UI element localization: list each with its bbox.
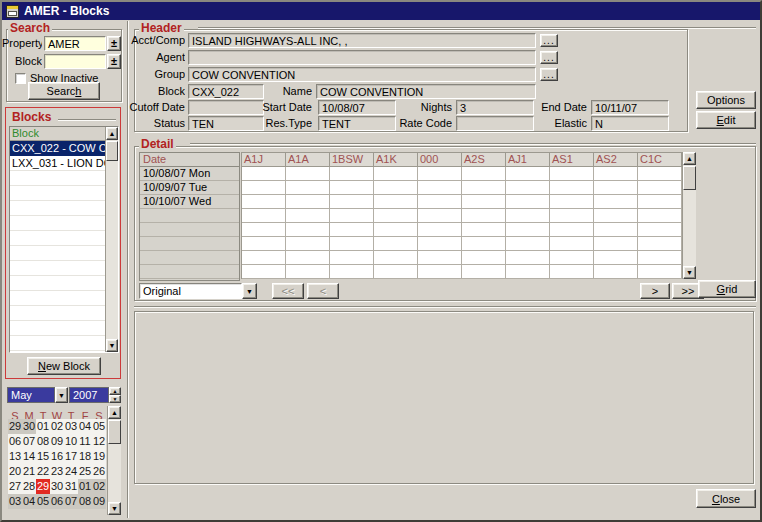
calendar-month-dropdown-button[interactable]: ▼	[55, 387, 68, 403]
calendar-day[interactable]: 29	[36, 479, 50, 494]
list-item-empty[interactable]	[10, 261, 105, 276]
grid-cell[interactable]	[418, 195, 462, 209]
grid-cell[interactable]	[286, 265, 330, 279]
grid-cell[interactable]	[550, 223, 594, 237]
calendar-day[interactable]: 30	[50, 479, 64, 494]
grid-cell[interactable]	[286, 251, 330, 265]
grid-cell[interactable]	[418, 265, 462, 279]
calendar-day[interactable]: 05	[36, 494, 50, 509]
grid-cell[interactable]	[374, 181, 418, 195]
grid-cell[interactable]	[374, 223, 418, 237]
grid-cell[interactable]	[462, 209, 506, 223]
grid-cell[interactable]	[506, 265, 550, 279]
grid-cell[interactable]	[330, 237, 374, 251]
grid-cell[interactable]	[418, 167, 462, 181]
grid-cell[interactable]	[330, 209, 374, 223]
list-item-empty[interactable]	[10, 321, 105, 336]
calendar-month-value[interactable]: May	[7, 387, 55, 403]
calendar-day[interactable]: 28	[22, 479, 36, 494]
grid-cell[interactable]	[550, 181, 594, 195]
grid-cell[interactable]	[506, 181, 550, 195]
grid-cell[interactable]	[242, 251, 286, 265]
calendar-day[interactable]: 15	[36, 449, 50, 464]
grid-cell[interactable]	[330, 195, 374, 209]
list-item-empty[interactable]	[10, 246, 105, 261]
calendar-day[interactable]: 13	[8, 449, 22, 464]
grid-cell[interactable]	[242, 237, 286, 251]
grid-cell[interactable]	[462, 251, 506, 265]
calendar-day[interactable]: 07	[64, 494, 78, 509]
grid-cell[interactable]	[286, 237, 330, 251]
grid-cell[interactable]	[418, 237, 462, 251]
grid-date-cell[interactable]	[140, 251, 239, 265]
list-item[interactable]: LXX_031 - LION DO	[10, 156, 105, 171]
calendar-day[interactable]: 31	[64, 479, 78, 494]
list-item-empty[interactable]	[10, 201, 105, 216]
calendar-day[interactable]: 01	[78, 479, 92, 494]
grid-date-cell[interactable]: 10/10/07 Wed	[140, 195, 239, 209]
grid-cell[interactable]	[286, 167, 330, 181]
calendar-day[interactable]: 16	[50, 449, 64, 464]
calendar-day[interactable]: 04	[22, 494, 36, 509]
calendar-day[interactable]: 19	[92, 449, 106, 464]
calendar-day[interactable]: 10	[64, 434, 78, 449]
grid-cell[interactable]	[594, 209, 638, 223]
grid-cell[interactable]	[638, 167, 682, 181]
nav-next-button[interactable]: >	[640, 283, 670, 299]
new-block-button[interactable]: New Block	[27, 357, 101, 375]
calendar-year-spinner[interactable]: ▲ ▼	[109, 387, 121, 403]
grid-cell[interactable]	[242, 181, 286, 195]
grid-cell[interactable]	[418, 223, 462, 237]
list-item-empty[interactable]	[10, 186, 105, 201]
list-item[interactable]: CXX_022 - COW CONVEN	[10, 141, 105, 156]
acct-comp-ellipsis-button[interactable]: ...	[540, 34, 558, 47]
grid-cell[interactable]	[330, 251, 374, 265]
calendar-day[interactable]: 20	[8, 464, 22, 479]
grid-cell[interactable]	[594, 167, 638, 181]
grid-cell[interactable]	[550, 265, 594, 279]
grid-cell[interactable]	[242, 209, 286, 223]
grid-cell[interactable]	[506, 167, 550, 181]
grid-cell[interactable]	[286, 195, 330, 209]
grid-date-cell[interactable]	[140, 223, 239, 237]
grid-cell[interactable]	[462, 195, 506, 209]
calendar-day[interactable]: 06	[8, 434, 22, 449]
calendar-day[interactable]: 08	[78, 494, 92, 509]
calendar-day[interactable]: 30	[22, 419, 36, 434]
grid-cell[interactable]	[242, 223, 286, 237]
grid-cell[interactable]	[638, 251, 682, 265]
grid-cell[interactable]	[462, 265, 506, 279]
close-button[interactable]: Close	[696, 489, 756, 508]
agent-field[interactable]	[188, 50, 536, 65]
calendar-day[interactable]: 06	[50, 494, 64, 509]
calendar-day[interactable]: 03	[64, 419, 78, 434]
nav-first-button[interactable]: <<	[272, 283, 304, 299]
grid-cell[interactable]	[418, 209, 462, 223]
calendar-day[interactable]: 22	[36, 464, 50, 479]
grid-cell[interactable]	[286, 223, 330, 237]
list-item-empty[interactable]	[10, 276, 105, 291]
grid-cell[interactable]	[242, 265, 286, 279]
grid-cell[interactable]	[374, 167, 418, 181]
spinner-up-icon[interactable]: ▲	[109, 387, 121, 395]
calendar-day[interactable]: 26	[92, 464, 106, 479]
calendar-year-value[interactable]: 2007	[69, 387, 109, 403]
grid-cell[interactable]	[594, 195, 638, 209]
grid-cell[interactable]	[418, 181, 462, 195]
list-item-empty[interactable]	[10, 171, 105, 186]
list-item-empty[interactable]	[10, 351, 105, 352]
acct-comp-field[interactable]: ISLAND HIGHWAYS-ALL INC, ,	[188, 33, 536, 48]
grid-cell[interactable]	[506, 195, 550, 209]
blocks-list-scrollbar[interactable]: ▲ ▼	[105, 127, 118, 352]
grid-date-cell[interactable]: 10/08/07 Mon	[140, 167, 239, 181]
calendar-day[interactable]: 02	[50, 419, 64, 434]
grid-cell[interactable]	[550, 167, 594, 181]
calendar-day[interactable]: 23	[50, 464, 64, 479]
calendar-day[interactable]: 21	[22, 464, 36, 479]
grid-cell[interactable]	[638, 223, 682, 237]
list-item-empty[interactable]	[10, 336, 105, 351]
calendar-scrollbar[interactable]: ▲ ▼	[107, 406, 121, 515]
calendar-day[interactable]: 04	[78, 419, 92, 434]
view-combo-dropdown-button[interactable]: ▼	[242, 283, 257, 299]
calendar-day[interactable]: 08	[36, 434, 50, 449]
